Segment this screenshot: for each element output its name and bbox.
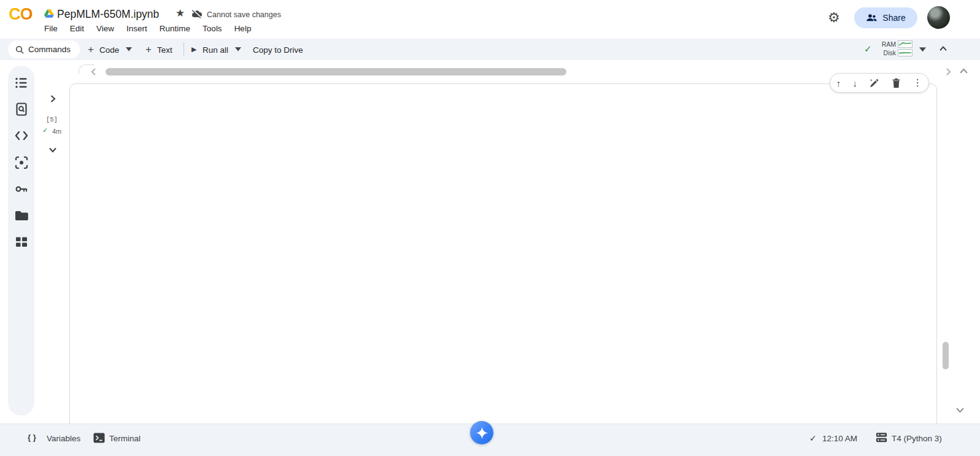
trash-icon[interactable] (892, 78, 901, 88)
ram-label: RAM (878, 41, 896, 48)
avatar[interactable] (927, 6, 950, 29)
search-icon (15, 45, 24, 54)
check-icon: ✓ (42, 126, 48, 134)
left-sidebar (8, 66, 34, 415)
notebook-cell (69, 83, 937, 452)
caret-down-icon[interactable] (235, 47, 241, 52)
execution-time: 4m (52, 128, 61, 135)
magic-edit-icon[interactable] (869, 78, 879, 88)
last-saved-time: 12:10 AM (822, 434, 857, 443)
play-icon: ▶ (191, 45, 196, 53)
menu-runtime[interactable]: Runtime (153, 23, 196, 36)
variables-button[interactable]: Variables (47, 434, 80, 443)
vertical-scrollbar-thumb[interactable] (943, 342, 949, 369)
code-snippets-icon[interactable] (15, 129, 28, 142)
gpu-icon (876, 432, 887, 443)
disk-sparkline (898, 49, 912, 56)
colab-logo[interactable]: CO (9, 5, 33, 24)
gear-icon[interactable]: ⚙ (828, 10, 840, 26)
grid-icon[interactable] (15, 235, 28, 249)
terminal-button[interactable]: Terminal (109, 434, 141, 443)
chevron-up-icon[interactable] (939, 45, 947, 52)
cloud-off-icon (191, 9, 203, 19)
menubar: File Edit View Insert Runtime Tools Help (38, 23, 257, 36)
chevron-right-icon[interactable] (946, 68, 952, 76)
add-text-button[interactable]: Text (157, 45, 172, 55)
caret-down-icon[interactable] (126, 47, 132, 52)
run-all-button[interactable]: Run all (203, 45, 228, 55)
key-icon[interactable] (15, 182, 28, 196)
gemini-button[interactable] (470, 421, 493, 444)
execution-count: [5] (46, 116, 58, 123)
add-code-button[interactable]: Code (99, 45, 119, 55)
scan-icon[interactable] (15, 156, 28, 169)
drive-icon (44, 9, 54, 18)
plus-icon: + (145, 44, 152, 56)
folder-icon[interactable] (15, 209, 28, 222)
chevron-up-icon[interactable] (959, 68, 968, 74)
resource-monitor[interactable]: RAM Disk (878, 41, 912, 56)
caret-down-icon[interactable] (919, 47, 926, 52)
menu-edit[interactable]: Edit (64, 23, 90, 36)
runtime-type-button[interactable]: T4 (Python 3) (892, 434, 942, 443)
toolbar: Commands + Code + Text ▶ Run all Copy to… (0, 39, 980, 60)
arrow-down-icon[interactable]: ↓ (853, 79, 858, 88)
menu-file[interactable]: File (38, 23, 64, 36)
chevron-down-icon[interactable] (48, 147, 57, 153)
commands-button[interactable]: Commands (8, 41, 80, 58)
find-replace-icon[interactable] (15, 102, 28, 116)
braces-icon: { } (28, 433, 36, 442)
toolbar-divider (183, 42, 184, 56)
header: CO PepMLM-650M.ipynb ★ Cannot save chang… (0, 0, 980, 39)
commands-label: Commands (28, 45, 71, 54)
save-status: Cannot save changes (207, 10, 281, 19)
table-of-contents-icon[interactable] (15, 76, 28, 90)
menu-help[interactable]: Help (228, 23, 258, 36)
check-icon: ✓ (809, 433, 817, 443)
check-icon: ✓ (864, 44, 872, 55)
chevron-left-icon[interactable] (90, 68, 96, 76)
chevron-down-icon[interactable] (955, 407, 965, 414)
notebook-title[interactable]: PepMLM-650M.ipynb (57, 8, 159, 21)
plus-icon: + (88, 44, 94, 56)
people-icon (866, 14, 878, 22)
menu-insert[interactable]: Insert (120, 23, 153, 36)
kebab-icon[interactable]: ⋮ (912, 78, 922, 88)
arrow-up-icon[interactable]: ↑ (836, 79, 841, 88)
copy-to-drive-button[interactable]: Copy to Drive (253, 45, 303, 55)
star-icon[interactable]: ★ (176, 7, 185, 20)
cell-toolbar: ↑ ↓ ⋮ (830, 73, 929, 93)
gemini-spark-icon (476, 427, 488, 439)
menu-view[interactable]: View (90, 23, 120, 36)
colab-window: CO PepMLM-650M.ipynb ★ Cannot save chang… (0, 0, 980, 456)
disk-label: Disk (878, 49, 896, 56)
ram-sparkline (898, 41, 912, 48)
chevron-right-icon[interactable] (49, 95, 56, 103)
share-label: Share (882, 13, 905, 23)
share-button[interactable]: Share (854, 7, 917, 28)
terminal-icon (93, 433, 105, 443)
menu-tools[interactable]: Tools (196, 23, 228, 36)
horizontal-scrollbar-thumb[interactable] (106, 68, 566, 75)
